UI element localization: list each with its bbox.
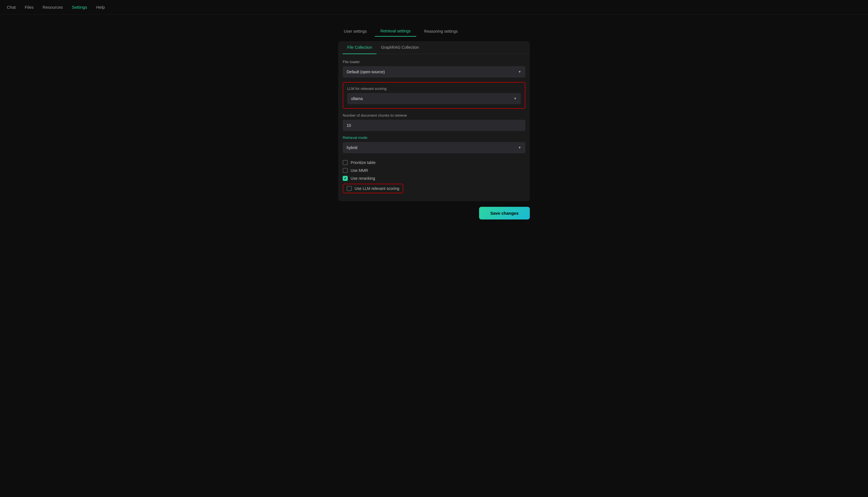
- file-loader-select-wrapper: Default (open-source) ▼: [343, 66, 525, 77]
- tab-user-settings[interactable]: User settings: [338, 26, 373, 37]
- save-button-wrapper: Save changes: [338, 207, 530, 219]
- nav-help[interactable]: Help: [96, 2, 105, 12]
- nav-settings[interactable]: Settings: [72, 2, 87, 12]
- retrieval-mode-select[interactable]: hybrid: [343, 142, 525, 153]
- doc-chunks-input[interactable]: [343, 120, 525, 131]
- top-navigation: Chat Files Resources Settings Help: [0, 0, 868, 15]
- retrieval-mode-section: Retrieval mode hybrid ▼: [343, 136, 525, 153]
- llm-scoring-label: LLM for relevant scoring: [347, 86, 521, 91]
- checkbox-group: Prioritize table Use MMR Use reranking: [343, 158, 525, 196]
- checkbox-use-llm-scoring-label: Use LLM relevant scoring: [355, 186, 399, 191]
- tab-retrieval-settings[interactable]: Retrieval settings: [375, 26, 416, 37]
- checkbox-prioritize-table-box[interactable]: [343, 160, 348, 165]
- retrieval-mode-select-wrapper: hybrid ▼: [343, 142, 525, 153]
- checkbox-use-reranking-box[interactable]: [343, 176, 348, 181]
- checkbox-use-reranking[interactable]: Use reranking: [343, 176, 525, 181]
- save-changes-button[interactable]: Save changes: [479, 207, 530, 219]
- nav-chat[interactable]: Chat: [7, 2, 16, 12]
- checkbox-use-reranking-label: Use reranking: [351, 176, 375, 181]
- llm-scoring-select-wrapper: ollama ▼: [347, 93, 521, 104]
- nav-files[interactable]: Files: [25, 2, 34, 12]
- tab-file-collection[interactable]: File Collection: [343, 41, 376, 54]
- tab-graphrag-collection[interactable]: GraphRAG Collection: [376, 41, 424, 54]
- checkbox-use-mmr-label: Use MMR: [351, 168, 368, 173]
- file-loader-select[interactable]: Default (open-source): [343, 66, 525, 77]
- checkbox-use-llm-scoring[interactable]: Use LLM relevant scoring: [347, 186, 399, 191]
- checkbox-use-llm-scoring-border: Use LLM relevant scoring: [343, 184, 403, 193]
- llm-scoring-select[interactable]: ollama: [347, 93, 521, 104]
- checkbox-use-llm-scoring-wrapper: Use LLM relevant scoring: [343, 184, 525, 193]
- file-loader-section: File loader Default (open-source) ▼: [343, 60, 525, 77]
- retrieval-mode-label: Retrieval mode: [343, 136, 525, 140]
- checkbox-prioritize-table[interactable]: Prioritize table: [343, 160, 525, 165]
- doc-chunks-label: Number of document chunks to retrieve: [343, 113, 525, 117]
- main-content: User settings Retrieval settings Reasoni…: [0, 15, 868, 231]
- panel-content: File loader Default (open-source) ▼ LLM …: [338, 54, 530, 201]
- checkbox-use-mmr-box[interactable]: [343, 168, 348, 173]
- checkbox-prioritize-table-label: Prioritize table: [351, 160, 376, 165]
- file-loader-label: File loader: [343, 60, 525, 64]
- settings-panel: File Collection GraphRAG Collection File…: [338, 41, 530, 201]
- doc-chunks-section: Number of document chunks to retrieve: [343, 113, 525, 131]
- checkbox-use-mmr[interactable]: Use MMR: [343, 168, 525, 173]
- settings-tabs: User settings Retrieval settings Reasoni…: [338, 26, 530, 37]
- llm-scoring-section: LLM for relevant scoring ollama ▼: [343, 82, 525, 109]
- tab-reasoning-settings[interactable]: Reasoning settings: [418, 26, 463, 37]
- llm-scoring-inner: LLM for relevant scoring ollama ▼: [347, 86, 521, 104]
- nav-resources[interactable]: Resources: [43, 2, 63, 12]
- sub-tabs: File Collection GraphRAG Collection: [338, 41, 530, 54]
- checkbox-use-llm-scoring-box[interactable]: [347, 186, 352, 191]
